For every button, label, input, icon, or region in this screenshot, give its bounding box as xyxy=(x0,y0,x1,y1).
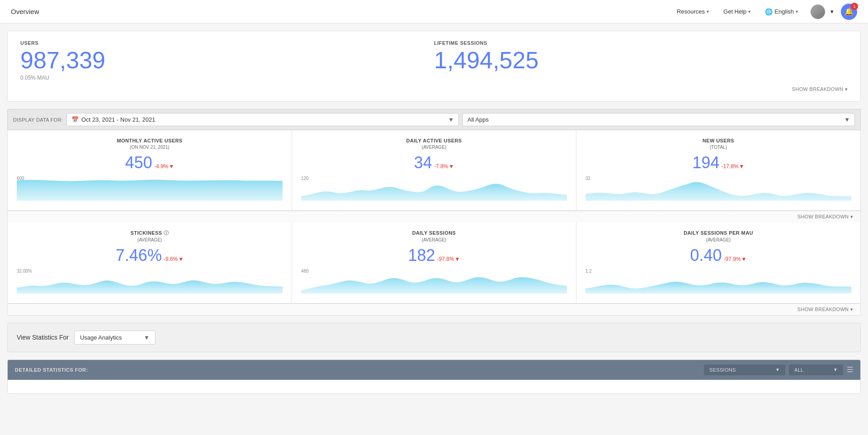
stickiness-chart-label: 32.00% xyxy=(17,269,32,274)
metrics-row1-footer: SHOW BREAKDOWN ▾ xyxy=(8,211,860,222)
metric-daily-sessions-value-row: 182 -97.8% ▼ xyxy=(301,246,567,265)
daily-sessions-trend-icon: ▼ xyxy=(455,256,460,262)
metric-stickiness-chart: 32.00% xyxy=(17,269,283,296)
user-menu[interactable]: ▾ xyxy=(807,3,837,21)
metric-daily-sessions: DAILY SESSIONS (AVERAGE) 182 -97.8% ▼ 48… xyxy=(292,222,576,303)
users-sub: 0.05% MAU xyxy=(20,75,434,81)
stats-row: USERS 987,339 0.05% MAU LIFETIME SESSION… xyxy=(20,40,848,81)
date-range-text: Oct 23, 2021 - Nov 21, 2021 xyxy=(81,116,445,123)
dspm-trend-icon: ▼ xyxy=(741,256,747,262)
notification-button[interactable]: 🔔 1 xyxy=(841,4,857,20)
app-dropdown-arrow-icon: ▼ xyxy=(844,116,850,123)
users-value: 987,339 xyxy=(20,48,434,72)
stickiness-trend-icon: ▼ xyxy=(178,256,184,262)
metrics-row2-breakdown-button[interactable]: SHOW BREAKDOWN ▾ xyxy=(797,307,853,312)
metric-daily-sessions-value: 182 xyxy=(408,246,435,265)
metric-mau-value: 450 xyxy=(125,153,152,172)
mau-chart-label: 600 xyxy=(17,176,24,181)
sessions-value: 1,494,525 xyxy=(434,48,848,72)
main-content: USERS 987,339 0.05% MAU LIFETIME SESSION… xyxy=(0,31,868,394)
language-label: English xyxy=(774,8,794,15)
metric-dspm-value: 0.40 xyxy=(690,246,722,265)
view-stats-label: View Statistics For xyxy=(17,334,69,341)
metric-daily-sessions-change: -97.8% ▼ xyxy=(437,256,460,262)
detailed-stats-sessions-selector[interactable]: SESSIONS ▼ xyxy=(704,364,785,375)
metrics-row-2: STICKINESS ⓘ (AVERAGE) 7.46% -9.6% ▼ 32.… xyxy=(8,222,860,303)
get-help-label: Get Help xyxy=(723,8,746,15)
metrics-row2-footer: SHOW BREAKDOWN ▾ xyxy=(8,303,860,315)
hamburger-icon[interactable]: ☰ xyxy=(847,365,853,374)
metric-new-users-chart: 32 xyxy=(585,176,851,203)
globe-icon: 🌐 xyxy=(765,8,773,15)
new-users-trend-icon: ▼ xyxy=(739,163,745,170)
metric-stickiness-value: 7.46% xyxy=(116,246,162,265)
date-range-selector[interactable]: 📅 Oct 23, 2021 - Nov 21, 2021 ▼ xyxy=(66,113,459,126)
stats-summary-card: USERS 987,339 0.05% MAU LIFETIME SESSION… xyxy=(7,31,861,102)
filter-bar: DISPLAY DATA FOR: 📅 Oct 23, 2021 - Nov 2… xyxy=(7,109,861,130)
metric-dau-value-row: 34 -7.8% ▼ xyxy=(301,153,567,172)
calendar-icon: 📅 xyxy=(71,116,79,123)
show-breakdown-button[interactable]: SHOW BREAKDOWN ▾ xyxy=(792,86,848,92)
metric-mau-title: MONTHLY ACTIVE USERS xyxy=(17,137,283,144)
metric-daily-sessions-subtitle: (AVERAGE) xyxy=(301,237,567,242)
dau-chart-label: 120 xyxy=(301,176,309,181)
all-dropdown-arrow-icon: ▼ xyxy=(833,367,838,372)
metric-monthly-active-users: MONTHLY ACTIVE USERS (ON NOV 21, 2021) 4… xyxy=(8,130,292,210)
date-dropdown-arrow-icon: ▼ xyxy=(448,116,454,123)
metrics-row1-breakdown-button[interactable]: SHOW BREAKDOWN ▾ xyxy=(797,214,853,220)
metric-daily-active-users: DAILY ACTIVE USERS (AVERAGE) 34 -7.8% ▼ … xyxy=(292,130,576,210)
metric-stickiness-title: STICKINESS ⓘ xyxy=(17,230,283,236)
metric-mau-chart: 600 xyxy=(17,176,283,203)
detailed-stats-body xyxy=(8,380,860,393)
metric-mau-change: -4.9% ▼ xyxy=(154,163,174,170)
view-stats-selector[interactable]: Usage Analytics ▼ xyxy=(74,331,156,345)
view-stats-selected: Usage Analytics xyxy=(80,334,141,341)
metric-stickiness-value-row: 7.46% -9.6% ▼ xyxy=(17,246,283,265)
metric-dau-subtitle: (AVERAGE) xyxy=(301,145,567,150)
user-arrow-icon: ▾ xyxy=(830,8,834,15)
language-button[interactable]: 🌐 English ▾ xyxy=(760,5,803,18)
metric-stickiness-subtitle: (AVERAGE) xyxy=(17,237,283,242)
metric-dspm-title: DAILY SESSIONS PER MAU xyxy=(585,230,851,236)
sessions-stat-block: LIFETIME SESSIONS 1,494,525 xyxy=(434,40,848,81)
metric-dspm-chart: 1.2 xyxy=(585,269,851,296)
dau-sparkline xyxy=(301,176,567,201)
detailed-stats-all-selector[interactable]: ALL ▼ xyxy=(789,364,843,375)
detailed-stats-title: DETAILED STATISTICS FOR: xyxy=(15,367,704,373)
sessions-dropdown-arrow-icon: ▼ xyxy=(775,367,780,372)
metric-daily-sessions-chart: 480 xyxy=(301,269,567,296)
detailed-stats-header: DETAILED STATISTICS FOR: SESSIONS ▼ ALL … xyxy=(8,360,860,380)
metric-dspm-change: -97.9% ▼ xyxy=(724,256,747,262)
metric-dau-title: DAILY ACTIVE USERS xyxy=(301,137,567,144)
metric-daily-sessions-title: DAILY SESSIONS xyxy=(301,230,567,236)
metric-new-users-title: NEW USERS xyxy=(585,137,851,144)
dspm-sparkline xyxy=(585,269,851,293)
metric-new-users-change: -17.8% ▼ xyxy=(722,163,745,170)
daily-sessions-chart-label: 480 xyxy=(301,269,309,274)
view-statistics-section: View Statistics For Usage Analytics ▼ xyxy=(7,323,861,352)
resources-button[interactable]: Resources ▾ xyxy=(671,5,714,18)
get-help-button[interactable]: Get Help ▾ xyxy=(718,5,756,18)
resources-label: Resources xyxy=(677,8,705,15)
resources-arrow-icon: ▾ xyxy=(707,9,709,14)
page-title: Overview xyxy=(11,8,39,15)
users-stat-block: USERS 987,339 0.05% MAU xyxy=(20,40,434,81)
dau-trend-icon: ▼ xyxy=(448,163,454,170)
detailed-statistics: DETAILED STATISTICS FOR: SESSIONS ▼ ALL … xyxy=(7,359,861,394)
metric-mau-subtitle: (ON NOV 21, 2021) xyxy=(17,145,283,150)
top-navigation: Overview Resources ▾ Get Help ▾ 🌐 Englis… xyxy=(0,0,868,24)
view-stats-arrow-icon: ▼ xyxy=(144,334,150,341)
metric-new-users-subtitle: (TOTAL) xyxy=(585,145,851,150)
new-users-sparkline xyxy=(585,176,851,201)
dspm-chart-label: 1.2 xyxy=(585,269,592,274)
mau-trend-icon: ▼ xyxy=(169,163,174,170)
daily-sessions-sparkline xyxy=(301,269,567,293)
app-filter-selector[interactable]: All Apps ▼ xyxy=(462,113,855,126)
mau-sparkline xyxy=(17,176,283,201)
metric-mau-value-row: 450 -4.9% ▼ xyxy=(17,153,283,172)
metrics-row-1: MONTHLY ACTIVE USERS (ON NOV 21, 2021) 4… xyxy=(8,130,860,211)
metric-stickiness-change: -9.6% ▼ xyxy=(164,256,184,262)
sessions-label: SESSIONS xyxy=(709,367,773,373)
get-help-arrow-icon: ▾ xyxy=(748,9,750,14)
metric-dau-change: -7.8% ▼ xyxy=(434,163,454,170)
